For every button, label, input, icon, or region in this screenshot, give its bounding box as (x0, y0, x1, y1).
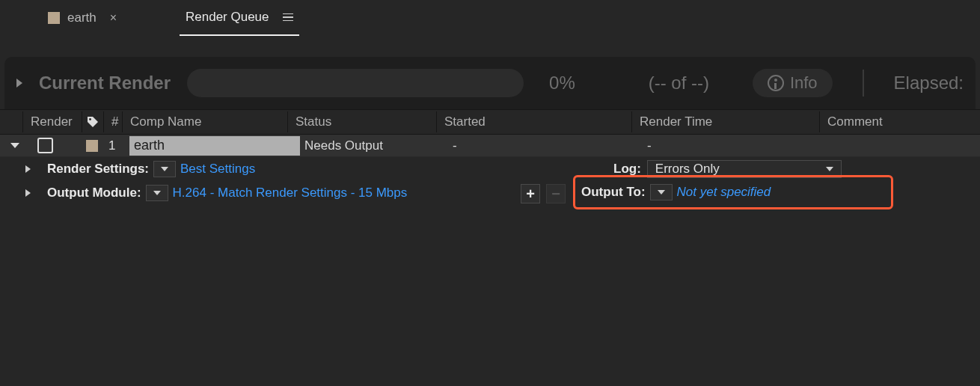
render-settings-label: Render Settings: (47, 162, 149, 177)
current-render-bar: Current Render 0% (-- of --) Info Elapse… (4, 57, 976, 109)
label-tag-icon (87, 116, 99, 128)
composition-swatch-icon (48, 12, 60, 24)
output-module-row: Output Module: H.264 - Match Render Sett… (0, 181, 980, 205)
chevron-right-icon[interactable] (25, 165, 31, 173)
render-progress-bar (187, 69, 524, 97)
queue-item-index: 1 (108, 138, 129, 153)
output-to-value[interactable]: Not yet specified (677, 185, 771, 200)
output-module-label: Output Module: (47, 186, 141, 200)
tab-earth[interactable]: earth × (39, 0, 180, 36)
log-select-value: Errors Only (655, 162, 720, 177)
queue-item-render-time: - (643, 138, 830, 153)
column-status[interactable]: Status (288, 114, 436, 129)
column-index[interactable]: # (104, 114, 122, 129)
chevron-down-icon (161, 167, 168, 171)
render-settings-value[interactable]: Best Settings (180, 162, 255, 177)
output-to-highlight: Output To: Not yet specified (573, 175, 893, 209)
log-label: Log: (613, 162, 641, 177)
output-module-dropdown[interactable] (146, 185, 168, 201)
elapsed-label: Elapsed: (894, 73, 964, 94)
queue-item-started: - (448, 138, 643, 153)
svg-point-0 (89, 118, 91, 120)
info-label: Info (790, 73, 818, 93)
queue-item-comp-name[interactable]: earth (129, 136, 300, 156)
current-render-label: Current Render (39, 73, 171, 94)
info-icon (768, 75, 784, 91)
column-started[interactable]: Started (437, 114, 631, 129)
column-render-time[interactable]: Render Time (632, 114, 819, 129)
render-checkbox[interactable] (37, 138, 53, 153)
render-percent: 0% (549, 73, 575, 94)
tab-render-queue-label: Render Queue (186, 10, 269, 25)
column-comment[interactable]: Comment (820, 114, 980, 129)
queue-item-status: Needs Output (300, 138, 448, 153)
composition-swatch-icon (86, 140, 98, 152)
output-to-label: Output To: (581, 185, 646, 200)
tab-bar: earth × Render Queue (0, 0, 980, 36)
output-module-add-remove: + − (521, 184, 566, 203)
output-to-dropdown[interactable] (650, 184, 673, 200)
column-comp-name[interactable]: Comp Name (123, 114, 287, 129)
remove-output-module-button: − (546, 184, 566, 203)
chevron-down-icon (153, 191, 161, 195)
column-header-row: Render # Comp Name Status Started Render… (0, 109, 980, 135)
close-icon[interactable]: × (110, 11, 117, 25)
add-output-module-button[interactable]: + (521, 184, 540, 203)
chevron-down-icon[interactable] (10, 143, 19, 148)
tab-render-queue[interactable]: Render Queue (180, 0, 299, 36)
chevron-right-icon[interactable] (25, 189, 31, 197)
info-button[interactable]: Info (753, 69, 833, 97)
output-module-value[interactable]: H.264 - Match Render Settings - 15 Mbps (173, 186, 408, 200)
chevron-down-icon (658, 190, 665, 194)
chevron-right-icon[interactable] (16, 79, 22, 88)
column-label-tag[interactable] (82, 116, 103, 128)
render-count: (-- of --) (649, 73, 709, 94)
queue-item-row[interactable]: 1 earth Needs Output - - (0, 135, 980, 157)
tab-earth-label: earth (67, 10, 97, 25)
panel-menu-icon[interactable] (283, 13, 293, 22)
chevron-down-icon (826, 167, 833, 171)
column-render[interactable]: Render (23, 114, 82, 129)
render-settings-dropdown[interactable] (153, 161, 176, 177)
divider (863, 70, 864, 96)
